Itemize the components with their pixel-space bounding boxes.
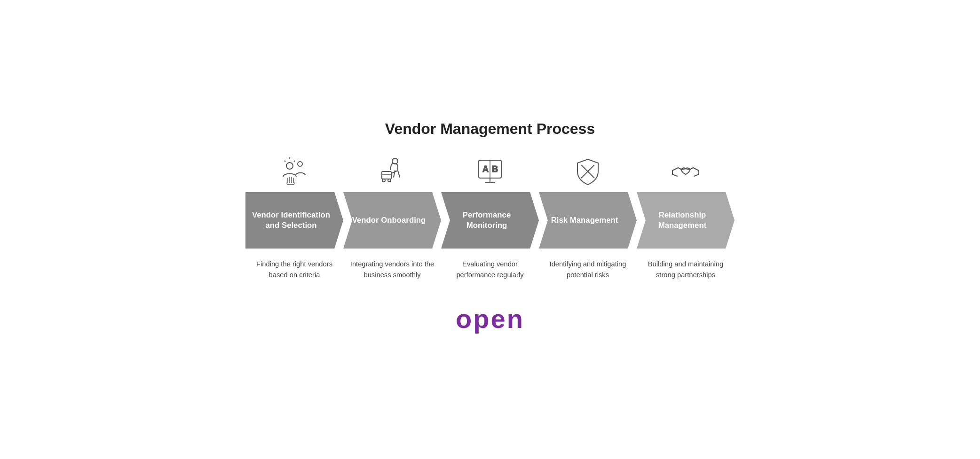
icon-cell-1: [245, 156, 343, 187]
svg-marker-25: [637, 192, 735, 249]
icons-row: A B: [245, 156, 735, 192]
open-logo-text: open: [456, 304, 524, 334]
svg-point-1: [298, 162, 302, 166]
open-logo: open: [245, 303, 735, 334]
person-cart-icon: [377, 156, 407, 187]
arrow-shape-4: Risk Management: [539, 192, 637, 249]
icon-cell-5: [637, 156, 735, 187]
svg-point-0: [286, 163, 293, 169]
svg-text:A: A: [482, 164, 489, 174]
ab-monitor-icon: A B: [475, 156, 505, 187]
arrow-item-4: Risk Management: [539, 192, 637, 249]
svg-point-9: [388, 179, 391, 182]
desc-cell-2: Integrating vendors into the business sm…: [343, 259, 441, 280]
icon-cell-4: [539, 156, 637, 187]
svg-line-12: [398, 171, 400, 177]
svg-marker-23: [441, 192, 539, 249]
svg-line-4: [285, 161, 285, 162]
arrow-shape-3: Performance Monitoring: [441, 192, 539, 249]
icon-cell-3: A B: [441, 156, 539, 187]
svg-marker-21: [245, 192, 343, 249]
desc-cell-1: Finding the right vendors based on crite…: [245, 259, 343, 280]
arrow-shape-2: Vendor Onboarding: [343, 192, 441, 249]
svg-point-8: [382, 179, 385, 182]
arrow-shape-5: Relationship Management: [637, 192, 735, 249]
icon-cell-2: [343, 156, 441, 187]
svg-text:B: B: [492, 164, 498, 174]
process-wrapper: A B: [245, 156, 735, 280]
arrow-item-3: Performance Monitoring: [441, 192, 539, 249]
main-container: Vendor Management Process: [231, 101, 749, 357]
desc-cell-5: Building and maintaining strong partners…: [637, 259, 735, 280]
arrow-shape-1: Vendor Identification and Selection: [245, 192, 343, 249]
svg-marker-22: [343, 192, 441, 249]
svg-line-11: [394, 171, 395, 177]
desc-cell-3: Evaluating vendor performance regularly: [441, 259, 539, 280]
svg-rect-6: [382, 171, 391, 179]
arrow-item-2: Vendor Onboarding: [343, 192, 441, 249]
page-title: Vendor Management Process: [245, 120, 735, 138]
arrow-item-5: Relationship Management: [637, 192, 735, 249]
people-search-icon: [279, 156, 309, 187]
handshake-icon: [671, 156, 701, 187]
desc-row: Finding the right vendors based on crite…: [245, 259, 735, 280]
svg-line-3: [294, 161, 295, 162]
arrow-item-1: Vendor Identification and Selection: [245, 192, 343, 249]
shield-icon: [573, 156, 603, 187]
desc-cell-4: Identifying and mitigating potential ris…: [539, 259, 637, 280]
arrows-row: Vendor Identification and Selection Vend…: [245, 192, 735, 249]
svg-marker-24: [539, 192, 637, 249]
